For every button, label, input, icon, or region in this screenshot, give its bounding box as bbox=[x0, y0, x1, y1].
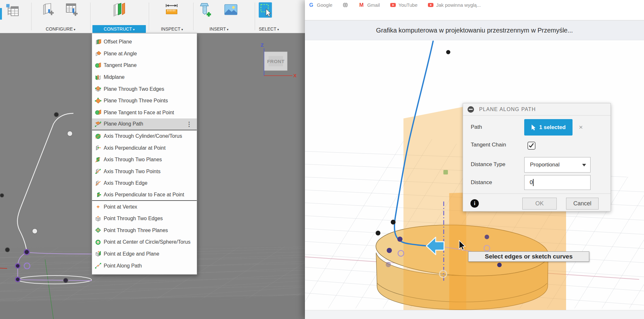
menu-item-axis-through-two-points[interactable]: Axis Through Two Points bbox=[92, 166, 197, 178]
menu-item-point-through-three-planes[interactable]: Point Through Three Planes bbox=[92, 225, 197, 237]
midplane-icon bbox=[95, 74, 101, 81]
sketch-point-selected[interactable] bbox=[24, 249, 29, 255]
tangent-chain-checkbox[interactable] bbox=[527, 142, 535, 150]
insert-image-icon[interactable] bbox=[223, 2, 239, 19]
ax-edge-icon bbox=[95, 180, 101, 187]
toolbar-menu-select[interactable]: SELECT▾ bbox=[250, 25, 288, 33]
video-point-purple bbox=[387, 248, 392, 253]
menu-item-label: Offset Plane bbox=[104, 39, 132, 45]
menu-item-point-at-center-of-circle-sphere-torus[interactable]: Point at Center of Circle/Sphere/Torus bbox=[92, 236, 197, 248]
menu-item-label: Point Through Three Planes bbox=[104, 228, 168, 233]
menu-item-point-through-two-edges[interactable]: Point Through Two Edges bbox=[92, 213, 197, 225]
bookmark-globe-icon[interactable] bbox=[342, 2, 348, 8]
toolbar-separator bbox=[31, 3, 32, 30]
sketch-point[interactable] bbox=[0, 193, 4, 197]
construct-planes-icon[interactable] bbox=[110, 2, 126, 19]
menu-item-label: Plane Along Path bbox=[104, 121, 143, 127]
video-point-purple-faded bbox=[386, 262, 391, 267]
toolbar-group-insert[interactable]: INSERT▾ bbox=[194, 0, 244, 33]
sketch-point-white[interactable] bbox=[32, 229, 37, 234]
sketch-point[interactable] bbox=[63, 278, 68, 283]
bookmark-youtube[interactable]: YouTube bbox=[390, 2, 418, 8]
toolbar-menu-configure[interactable]: CONFIGURE▾ bbox=[32, 25, 89, 33]
menu-item-point-at-edge-and-plane[interactable]: Point at Edge and Plane bbox=[92, 248, 197, 260]
tangent-plane-icon bbox=[95, 62, 101, 69]
ax-two-planes-icon bbox=[95, 156, 101, 163]
plane-along-path-icon bbox=[95, 121, 101, 127]
clear-selection-button[interactable]: × bbox=[576, 123, 585, 132]
bookmark-gmail[interactable]: MGmail bbox=[358, 2, 380, 8]
toolbar-group-inspect[interactable]: INSPECT▾ bbox=[152, 0, 192, 33]
menu-item-plane-along-path[interactable]: Plane Along Path⋮ bbox=[92, 118, 197, 130]
menu-item-point-along-path[interactable]: Point Along Path bbox=[92, 260, 197, 272]
menu-item-axis-perpendicular-to-face-at-point[interactable]: Axis Perpendicular to Face at Point bbox=[92, 189, 197, 201]
menu-item-axis-perpendicular-at-point[interactable]: Axis Perpendicular at Point bbox=[92, 142, 197, 154]
toolbar-group-configure[interactable]: CONFIGURE▾ bbox=[32, 0, 89, 33]
plane-along-path-dialog: PLANE ALONG PATH Path 1 selected × Tange… bbox=[463, 103, 611, 211]
toolbar-menu-insert[interactable]: INSERT▾ bbox=[194, 25, 244, 33]
distance-type-select[interactable]: Proportional bbox=[524, 157, 591, 173]
menu-item-midplane[interactable]: Midplane bbox=[92, 71, 197, 83]
pt-along-path-icon bbox=[95, 262, 101, 269]
sketch-point-selected[interactable] bbox=[15, 277, 20, 282]
video-controls-area[interactable] bbox=[305, 310, 644, 319]
distance-input[interactable]: 0 bbox=[524, 175, 591, 190]
info-icon[interactable]: i bbox=[470, 199, 479, 208]
plane-tangent-to-face-icon bbox=[95, 109, 101, 116]
insert-fastener-icon[interactable] bbox=[197, 2, 213, 19]
ax-perp-face-icon bbox=[95, 192, 101, 198]
bookmark-google[interactable]: GGoogle bbox=[308, 2, 332, 8]
toolbar-separator bbox=[255, 3, 255, 30]
video-player[interactable]: PLANE ALONG PATH Path 1 selected × Tange… bbox=[305, 40, 644, 310]
pt-two-edges-icon bbox=[95, 215, 101, 222]
menu-item-plane-through-two-edges[interactable]: Plane Through Two Edges bbox=[92, 83, 197, 95]
menu-item-plane-through-three-points[interactable]: Plane Through Three Points bbox=[92, 95, 197, 107]
more-options-icon[interactable]: ⋮ bbox=[186, 121, 192, 127]
menu-item-plane-at-angle[interactable]: Plane at Angle bbox=[92, 48, 197, 60]
toolbar-menu-construct[interactable]: CONSTRUCT▾ bbox=[92, 25, 146, 33]
plane-handle-point[interactable] bbox=[443, 170, 448, 174]
menu-item-plane-tangent-to-face-at-point[interactable]: Plane Tangent to Face at Point bbox=[92, 107, 197, 119]
bookmark-jak-powinna-wygl[interactable]: Jak powinna wyglą... bbox=[428, 2, 481, 8]
configure-table-icon[interactable] bbox=[64, 2, 80, 19]
menu-item-axis-through-edge[interactable]: Axis Through Edge bbox=[92, 177, 197, 189]
sketch-point[interactable] bbox=[54, 112, 59, 117]
ok-button[interactable]: OK bbox=[522, 198, 557, 210]
toolbar-group-select[interactable]: SELECT▾ bbox=[250, 0, 288, 33]
data-table-icon[interactable] bbox=[5, 3, 21, 20]
menu-item-offset-plane[interactable]: Offset Plane bbox=[92, 36, 197, 48]
sketch-point[interactable] bbox=[5, 248, 10, 252]
x-axis-line bbox=[0, 268, 7, 268]
menu-item-tangent-plane[interactable]: Tangent Plane bbox=[92, 60, 197, 71]
sketch-curve-purple-top[interactable] bbox=[27, 252, 92, 254]
view-cube[interactable]: FRONT Z X bbox=[254, 41, 299, 80]
toolbar-group-construct[interactable]: CONSTRUCT▾ bbox=[92, 0, 146, 33]
checkmark-icon bbox=[528, 142, 535, 149]
menu-item-axis-through-cylinder-cone-torus[interactable]: Axis Through Cylinder/Cone/Torus bbox=[92, 130, 197, 142]
menu-item-label: Midplane bbox=[104, 74, 125, 80]
menu-item-axis-through-two-planes[interactable]: Axis Through Two Planes bbox=[92, 154, 197, 166]
menu-item-label: Axis Perpendicular to Face at Point bbox=[104, 192, 184, 198]
dialog-header[interactable]: PLANE ALONG PATH bbox=[463, 103, 611, 116]
pt-vertex-icon bbox=[95, 203, 101, 210]
youtube-icon bbox=[390, 2, 396, 8]
configure-design-icon[interactable] bbox=[41, 2, 57, 19]
viewcube-z-label: Z bbox=[260, 42, 263, 48]
svg-text:G: G bbox=[309, 2, 313, 8]
sketch-point-selected[interactable] bbox=[15, 264, 20, 268]
cancel-button[interactable]: Cancel bbox=[566, 198, 599, 210]
ax-cylinder-icon bbox=[95, 133, 101, 140]
menu-item-label: Plane Through Three Points bbox=[104, 98, 168, 104]
fusion-app-window: CONFIGURE▾CONSTRUCT▾INSPECT▾INSERT▾SELEC… bbox=[0, 0, 305, 319]
measure-icon[interactable] bbox=[164, 2, 180, 19]
toolbar-menu-inspect[interactable]: INSPECT▾ bbox=[152, 25, 192, 33]
menu-item-label: Point at Vertex bbox=[104, 204, 137, 210]
ax-perp-point-icon bbox=[95, 145, 101, 151]
sketch-spline-white[interactable] bbox=[17, 113, 73, 251]
path-selection-button[interactable]: 1 selected bbox=[524, 119, 573, 136]
select-marquee-icon[interactable] bbox=[257, 2, 273, 19]
menu-item-point-at-vertex[interactable]: Point at Vertex bbox=[92, 201, 197, 213]
collapse-icon[interactable] bbox=[468, 106, 474, 113]
sketch-point-white[interactable] bbox=[67, 131, 72, 136]
chevron-down-icon: ▾ bbox=[74, 28, 75, 31]
